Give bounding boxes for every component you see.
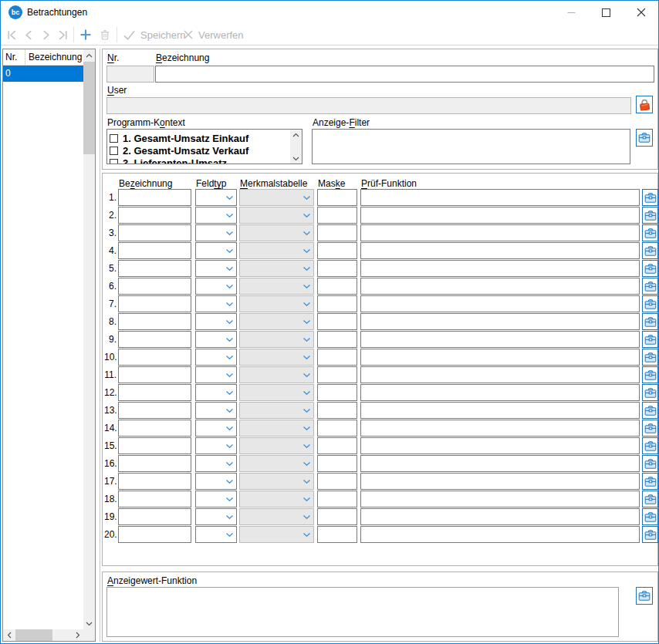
row-maske-input[interactable]: [317, 331, 357, 348]
checkbox[interactable]: [110, 134, 118, 143]
listbox-scrollbar[interactable]: [290, 130, 302, 164]
maximize-button[interactable]: [589, 1, 624, 24]
row-pruef-funktion-input[interactable]: [360, 420, 640, 437]
record-list-row-selected[interactable]: 0: [3, 66, 83, 82]
previous-record-button[interactable]: [22, 28, 35, 42]
row-feldtyp-select[interactable]: [195, 508, 237, 525]
row-maske-input[interactable]: [317, 224, 357, 241]
row-pruef-funktion-input[interactable]: [360, 455, 640, 472]
row-feldtyp-select[interactable]: [195, 295, 237, 312]
scroll-right-icon[interactable]: [72, 629, 83, 641]
scroll-up-icon[interactable]: [83, 49, 95, 61]
row-feldtyp-select[interactable]: [195, 473, 237, 490]
row-feldtyp-select[interactable]: [195, 242, 237, 259]
programm-kontext-item[interactable]: 1. Gesamt-Umsatz Einkauf: [107, 132, 290, 144]
row-pruef-funktion-input[interactable]: [360, 224, 640, 241]
row-maske-input[interactable]: [317, 384, 357, 401]
row-feldtyp-select[interactable]: [195, 455, 237, 472]
row-maske-input[interactable]: [317, 366, 357, 383]
row-bezeichnung-input[interactable]: [118, 384, 191, 401]
vertical-scrollbar-thumb[interactable]: [83, 62, 95, 154]
row-maske-input[interactable]: [317, 526, 357, 543]
row-pruef-funktion-input[interactable]: [360, 491, 640, 507]
row-pruef-funktion-input[interactable]: [360, 384, 640, 401]
row-maske-input[interactable]: [317, 420, 357, 437]
programm-kontext-item[interactable]: 3. Lieferanten-Umsatz: [107, 157, 290, 164]
row-pruef-funktion-input[interactable]: [360, 189, 640, 206]
row-maske-input[interactable]: [317, 260, 357, 277]
row-funktion-button[interactable]: [642, 295, 658, 312]
row-bezeichnung-input[interactable]: [118, 420, 191, 437]
row-pruef-funktion-input[interactable]: [360, 278, 640, 295]
row-feldtyp-select[interactable]: [195, 313, 237, 330]
row-maske-input[interactable]: [317, 491, 357, 507]
scroll-up-icon[interactable]: [290, 130, 302, 140]
row-feldtyp-select[interactable]: [195, 278, 237, 295]
row-pruef-funktion-input[interactable]: [360, 473, 640, 490]
row-bezeichnung-input[interactable]: [118, 313, 191, 330]
row-feldtyp-select[interactable]: [195, 437, 237, 454]
row-funktion-button[interactable]: [642, 384, 658, 401]
row-bezeichnung-input[interactable]: [118, 189, 191, 206]
row-pruef-funktion-input[interactable]: [360, 331, 640, 348]
user-lock-button[interactable]: [636, 96, 653, 113]
row-feldtyp-select[interactable]: [195, 224, 237, 241]
row-pruef-funktion-input[interactable]: [360, 526, 640, 543]
row-pruef-funktion-input[interactable]: [360, 437, 640, 454]
row-bezeichnung-input[interactable]: [118, 260, 191, 277]
row-feldtyp-select[interactable]: [195, 189, 237, 206]
row-pruef-funktion-input[interactable]: [360, 313, 640, 330]
row-funktion-button[interactable]: [642, 207, 658, 224]
programm-kontext-listbox[interactable]: 1. Gesamt-Umsatz Einkauf 2. Gesamt-Umsat…: [106, 129, 302, 164]
row-maske-input[interactable]: [317, 349, 357, 366]
delete-record-button[interactable]: [98, 28, 112, 42]
bezeichnung-field[interactable]: [155, 66, 654, 83]
row-funktion-button[interactable]: [642, 331, 658, 348]
row-feldtyp-select[interactable]: [195, 260, 237, 277]
row-maske-input[interactable]: [317, 508, 357, 525]
row-maske-input[interactable]: [317, 313, 357, 330]
column-header-bezeichnung[interactable]: Bezeichnung: [25, 49, 83, 65]
first-record-button[interactable]: [5, 28, 19, 42]
column-header-nr[interactable]: Nr.: [3, 49, 25, 65]
anzeige-filter-funktion-button[interactable]: [636, 129, 653, 147]
row-pruef-funktion-input[interactable]: [360, 349, 640, 366]
row-bezeichnung-input[interactable]: [118, 295, 191, 312]
row-funktion-button[interactable]: [642, 242, 658, 259]
row-funktion-button[interactable]: [642, 455, 658, 472]
scroll-left-icon[interactable]: [3, 629, 15, 641]
row-funktion-button[interactable]: [642, 508, 658, 525]
row-feldtyp-select[interactable]: [195, 366, 237, 383]
row-maske-input[interactable]: [317, 402, 357, 419]
row-bezeichnung-input[interactable]: [118, 473, 191, 490]
anzeige-filter-textarea[interactable]: [312, 129, 630, 164]
row-pruef-funktion-input[interactable]: [360, 295, 640, 312]
horizontal-scrollbar[interactable]: [3, 629, 83, 641]
row-funktion-button[interactable]: [642, 349, 658, 366]
row-feldtyp-select[interactable]: [195, 384, 237, 401]
minimize-button[interactable]: [554, 1, 589, 24]
row-feldtyp-select[interactable]: [195, 526, 237, 543]
row-maske-input[interactable]: [317, 473, 357, 490]
row-pruef-funktion-input[interactable]: [360, 260, 640, 277]
row-funktion-button[interactable]: [642, 260, 658, 277]
row-funktion-button[interactable]: [642, 526, 658, 543]
row-bezeichnung-input[interactable]: [118, 242, 191, 259]
row-feldtyp-select[interactable]: [195, 491, 237, 507]
row-maske-input[interactable]: [317, 455, 357, 472]
row-pruef-funktion-input[interactable]: [360, 207, 640, 224]
row-maske-input[interactable]: [317, 437, 357, 454]
row-bezeichnung-input[interactable]: [118, 437, 191, 454]
scroll-down-icon[interactable]: [290, 153, 302, 164]
row-bezeichnung-input[interactable]: [118, 331, 191, 348]
checkbox[interactable]: [110, 147, 118, 155]
save-button[interactable]: Speichern: [123, 26, 186, 43]
row-bezeichnung-input[interactable]: [118, 224, 191, 241]
row-funktion-button[interactable]: [642, 366, 658, 383]
row-funktion-button[interactable]: [642, 402, 658, 419]
row-maske-input[interactable]: [317, 189, 357, 206]
scroll-down-icon[interactable]: [83, 618, 95, 629]
row-funktion-button[interactable]: [642, 189, 658, 206]
row-bezeichnung-input[interactable]: [118, 207, 191, 224]
horizontal-scrollbar-thumb[interactable]: [15, 629, 52, 641]
